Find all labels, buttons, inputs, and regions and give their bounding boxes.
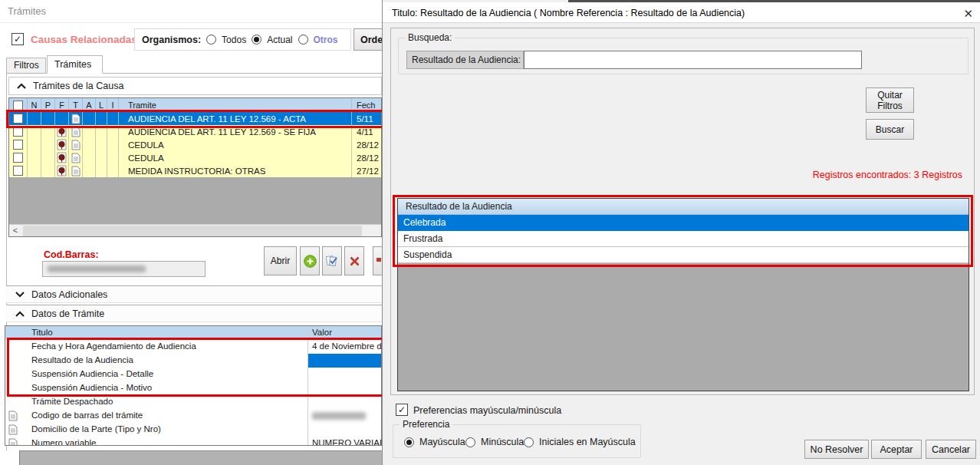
table-row[interactable]: Trámite Despachado bbox=[5, 395, 381, 409]
buscar-button[interactable]: Buscar bbox=[866, 119, 914, 140]
search-input[interactable] bbox=[524, 51, 862, 69]
delete-button[interactable] bbox=[344, 246, 364, 275]
quitar-filtros-button[interactable]: Quitar Filtros bbox=[866, 87, 914, 113]
cancelar-button[interactable]: Cancelar bbox=[926, 440, 976, 459]
table-row[interactable]: AUDIENCIA DEL ART. 11 LEY 12.569 - ACTA … bbox=[9, 112, 381, 125]
redacted-value bbox=[48, 265, 146, 272]
no-resolver-button[interactable]: No Resolver bbox=[804, 440, 869, 459]
notes-check-button[interactable] bbox=[322, 246, 342, 275]
radio-actual[interactable] bbox=[252, 35, 261, 45]
row-checkbox[interactable] bbox=[13, 140, 23, 150]
row-fecha: 27/12 bbox=[352, 164, 382, 177]
row-checkbox[interactable] bbox=[13, 153, 23, 163]
document-icon bbox=[8, 424, 18, 435]
preferencia-group: Preferencia Mayúscula Minúscula Iniciale… bbox=[393, 424, 641, 458]
row-titulo: Resultado de la Audiencia bbox=[31, 355, 133, 364]
row-checkbox[interactable] bbox=[13, 114, 23, 124]
row-tramite: CEDULA bbox=[119, 151, 352, 164]
col-f[interactable]: F bbox=[55, 98, 69, 112]
dialog-titlebar: Titulo: Resultado de la Audiencia ( Nomb… bbox=[383, 2, 980, 23]
section-title: Trámites de la Causa bbox=[33, 81, 123, 91]
scroll-left-arrow-icon[interactable]: < bbox=[9, 225, 21, 237]
dialog-body-panel: Busqueda: Resultado de la Audiencia: Qui… bbox=[390, 28, 975, 395]
radio-minuscula[interactable] bbox=[465, 437, 475, 447]
window-title: Trámites bbox=[8, 5, 46, 17]
row-fecha: 28/12 bbox=[352, 151, 382, 164]
section-datos-tramite[interactable]: Datos de Trámite bbox=[6, 305, 382, 322]
col-l[interactable]: L bbox=[96, 98, 107, 112]
row-tramite: MEDIDA INSTRUCTORIA: OTRAS bbox=[119, 164, 352, 177]
causas-relacionadas-checkbox[interactable]: ✓ bbox=[12, 33, 24, 45]
list-item[interactable]: Suspendida bbox=[398, 247, 968, 263]
table-row[interactable]: Suspensión Audiencia - Detalle bbox=[5, 368, 381, 381]
aceptar-button[interactable]: Aceptar bbox=[871, 440, 922, 459]
close-icon[interactable]: ✕ bbox=[963, 7, 973, 21]
tab-filtros[interactable]: Filtros bbox=[6, 58, 46, 74]
search-field-label: Resultado de la Audiencia: bbox=[406, 51, 524, 69]
table-header-row: Titulo Valor bbox=[5, 326, 381, 340]
col-tramite[interactable]: Tramite bbox=[119, 98, 352, 112]
row-titulo: Codigo de barras del trámite bbox=[31, 411, 143, 420]
header-checkbox-cell bbox=[9, 98, 28, 112]
table-row[interactable]: CEDULA 28/12 bbox=[9, 138, 381, 151]
radio-iniciales-label: Iniciales en Mayúscula bbox=[539, 437, 636, 447]
row-fecha: 28/12 bbox=[352, 138, 382, 151]
table-row[interactable]: CEDULA 28/12 bbox=[9, 151, 381, 164]
col-i[interactable]: I bbox=[107, 98, 119, 112]
horizontal-scrollbar[interactable]: < bbox=[9, 224, 381, 236]
col-a[interactable]: A bbox=[83, 98, 96, 112]
selected-value-cell[interactable] bbox=[308, 354, 382, 368]
add-button[interactable] bbox=[300, 246, 320, 275]
list-item[interactable]: Frustrada bbox=[398, 231, 968, 247]
document-icon bbox=[71, 166, 81, 176]
registros-encontrados-text: Registros encontrados: 3 Registros bbox=[813, 170, 962, 180]
row-tramite: CEDULA bbox=[119, 138, 352, 151]
table-row[interactable]: Numero variable NUMERO VARIABLE bbox=[5, 437, 381, 446]
radio-otros[interactable] bbox=[298, 35, 308, 45]
radio-otros-label: Otros bbox=[314, 35, 338, 45]
radio-todos[interactable] bbox=[206, 35, 216, 45]
bottom-gray-strip bbox=[19, 450, 382, 465]
cod-barras-label: Cod.Barras: bbox=[44, 249, 99, 260]
preferencias-checkbox[interactable]: ✓ bbox=[396, 404, 408, 416]
col-fecha[interactable]: Fech bbox=[352, 98, 382, 112]
col-t[interactable]: T bbox=[69, 98, 83, 112]
select-all-checkbox[interactable] bbox=[13, 101, 23, 110]
chevron-up-icon bbox=[15, 311, 25, 317]
row-titulo: Fecha y Hora Agendamiento de Audiencia bbox=[31, 341, 196, 351]
seal-icon bbox=[57, 165, 67, 176]
list-header[interactable]: Resultado de la Audiencia bbox=[398, 199, 968, 215]
tab-tramites[interactable]: Trámites bbox=[47, 55, 103, 74]
table-row[interactable]: Fecha y Hora Agendamiento de Audiencia 4… bbox=[5, 340, 381, 354]
chevron-up-icon bbox=[17, 83, 26, 89]
document-icon bbox=[71, 114, 81, 124]
col-p[interactable]: P bbox=[41, 98, 55, 112]
table-row[interactable]: Suspensión Audiencia - Motivo bbox=[5, 381, 381, 395]
section-tramites-causa[interactable]: Trámites de la Causa bbox=[8, 77, 382, 95]
abrir-button[interactable]: Abrir bbox=[264, 246, 297, 275]
scrollbar-thumb[interactable] bbox=[23, 226, 362, 236]
radio-iniciales[interactable] bbox=[524, 437, 534, 447]
section-datos-adicionales[interactable]: Datos Adicionales bbox=[6, 285, 382, 303]
preferencias-label: Preferencias mayúscula/minúscula bbox=[413, 405, 561, 416]
row-checkbox[interactable] bbox=[13, 166, 23, 176]
document-icon bbox=[71, 140, 81, 150]
table-row[interactable]: AUDIENCIA DEL ART. 11 LEY 12.569 - SE FI… bbox=[9, 125, 381, 138]
ordenar-button[interactable]: Orde bbox=[354, 28, 382, 51]
list-item[interactable]: Celebrada bbox=[398, 215, 968, 231]
table-row[interactable]: Codigo de barras del trámite bbox=[5, 409, 381, 423]
table-row[interactable]: Resultado de la Audiencia bbox=[5, 354, 381, 368]
document-icon bbox=[71, 153, 81, 163]
check-icon: ✓ bbox=[398, 404, 406, 415]
col-valor[interactable]: Valor bbox=[312, 328, 332, 337]
table-row[interactable]: MEDIDA INSTRUCTORIA: OTRAS 27/12 bbox=[9, 164, 381, 177]
row-checkbox[interactable] bbox=[13, 127, 23, 137]
partial-button[interactable] bbox=[373, 246, 382, 275]
table-row[interactable]: Domicilio de la Parte (Tipo y Nro) bbox=[5, 423, 381, 437]
cod-barras-input[interactable] bbox=[42, 261, 206, 277]
col-titulo[interactable]: Titulo bbox=[31, 328, 53, 337]
col-n[interactable]: N bbox=[28, 98, 41, 112]
row-valor: 4 de Noviembre de bbox=[312, 341, 382, 351]
dialog-title: Titulo: Resultado de la Audiencia ( Nomb… bbox=[392, 8, 745, 18]
radio-mayuscula[interactable] bbox=[404, 437, 414, 447]
